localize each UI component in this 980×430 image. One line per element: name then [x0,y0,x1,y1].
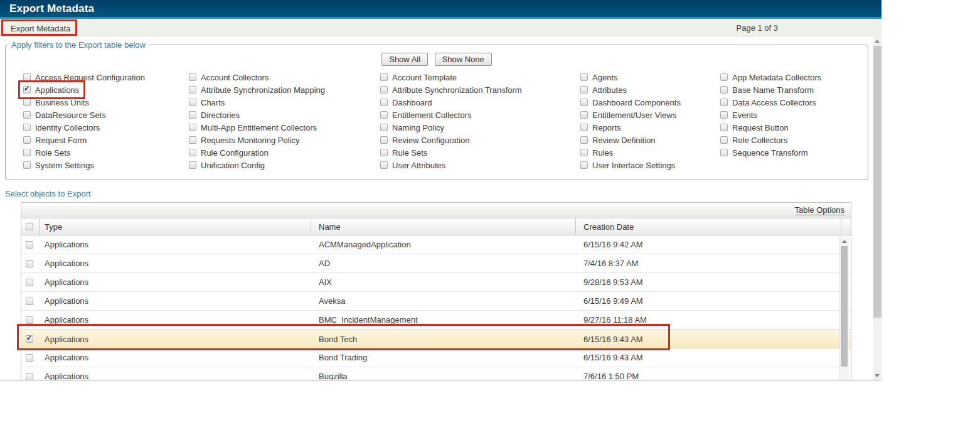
filter-checkbox-item[interactable]: System Settings [23,159,189,171]
table-options-link[interactable]: Table Options [795,205,845,215]
checkbox-icon[interactable] [23,73,31,81]
checkbox-icon[interactable] [380,124,388,131]
table-row[interactable]: ApplicationsAveksa6/15/16 9:49 AM [21,292,851,311]
column-header-creation-date[interactable]: Creation Date [576,218,841,235]
filter-checkbox-item[interactable]: Account Template [380,71,580,83]
checkbox-icon[interactable] [189,161,196,169]
checkbox-icon[interactable] [23,124,31,131]
row-checkbox[interactable] [26,241,33,249]
filter-checkbox-item[interactable]: Naming Policy [380,121,580,134]
checkbox-icon[interactable] [720,149,728,156]
filter-checkbox-item[interactable]: Base Name Transform [720,83,868,96]
row-checkbox[interactable] [26,335,33,343]
show-all-button[interactable]: Show All [381,53,428,66]
page-scrollbar[interactable] [873,37,881,380]
checkbox-icon[interactable] [580,161,588,169]
checkbox-icon[interactable] [23,161,31,169]
column-header-name[interactable]: Name [311,218,576,235]
table-row[interactable]: ApplicationsAD7/4/16 8:37 AM [21,254,851,273]
filter-checkbox-item[interactable]: Attributes [580,83,720,96]
checkbox-icon[interactable] [380,99,388,106]
checkbox-icon[interactable] [380,111,388,119]
filter-checkbox-item[interactable]: Applications [23,83,189,96]
filter-checkbox-item[interactable]: Events [720,109,868,121]
filter-checkbox-item[interactable]: Directories [189,109,380,121]
filter-checkbox-item[interactable]: Role Collectors [720,134,868,146]
checkbox-icon[interactable] [720,124,728,131]
filter-checkbox-item[interactable]: Entitlement/User Views [580,109,720,121]
checkbox-icon[interactable] [580,124,588,131]
checkbox-icon[interactable] [720,111,728,119]
row-checkbox[interactable] [26,316,33,324]
checkbox-icon[interactable] [720,136,728,144]
page-scroll-down-icon[interactable] [875,374,880,377]
scroll-up-icon[interactable] [842,240,847,243]
checkbox-icon[interactable] [189,73,196,81]
checkbox-icon[interactable] [580,99,588,106]
filter-checkbox-item[interactable]: Rule Configuration [189,146,380,159]
checkbox-icon[interactable] [720,73,728,81]
filter-checkbox-item[interactable]: Review Configuration [380,134,580,146]
filter-checkbox-item[interactable]: User Interface Settings [580,159,720,171]
page-scroll-up-icon[interactable] [875,40,880,43]
checkbox-icon[interactable] [720,86,728,94]
filter-checkbox-item[interactable]: Requests Monitoring Policy [189,134,380,146]
row-checkbox[interactable] [26,279,33,286]
column-header-type[interactable]: Type [40,218,311,235]
filter-checkbox-item[interactable]: Attribute Synchronization Mapping [189,83,380,96]
checkbox-icon[interactable] [23,149,31,156]
checkbox-icon[interactable] [189,86,196,94]
filter-checkbox-item[interactable]: Dashboard [380,96,580,109]
select-all-checkbox[interactable] [26,223,33,230]
checkbox-icon[interactable] [189,149,196,156]
checkbox-icon[interactable] [189,111,196,119]
checkbox-icon[interactable] [580,73,588,81]
checkbox-icon[interactable] [189,99,196,106]
filter-checkbox-item[interactable]: Review Definition [580,134,720,146]
row-checkbox[interactable] [26,260,33,267]
table-row[interactable]: ApplicationsBond Tech6/15/16 9:43 AM [21,330,851,348]
table-scrollbar-thumb[interactable] [841,246,848,367]
show-none-button[interactable]: Show None [435,53,492,66]
filter-checkbox-item[interactable]: Entitlement Collectors [380,109,580,121]
filter-checkbox-item[interactable]: Rule Sets [380,146,580,159]
filter-checkbox-item[interactable]: Agents [580,71,720,83]
checkbox-icon[interactable] [580,136,588,144]
filter-checkbox-item[interactable]: App Metadata Collectors [720,71,868,83]
filter-checkbox-item[interactable]: Identity Collectors [23,121,189,134]
filter-checkbox-item[interactable]: Data Access Collectors [720,96,868,109]
checkbox-icon[interactable] [380,86,388,94]
checkbox-icon[interactable] [23,99,31,106]
filter-checkbox-item[interactable]: Access Request Configuration [23,71,189,83]
filter-checkbox-item[interactable]: Account Collectors [189,71,380,83]
checkbox-icon[interactable] [189,136,196,144]
filter-checkbox-item[interactable]: Dashboard Components [580,96,720,109]
filter-checkbox-item[interactable]: Role Sets [23,146,189,159]
filter-checkbox-item[interactable]: Multi-App Entitlement Collectors [189,121,380,134]
table-row[interactable]: ApplicationsAIX9/28/16 9:53 AM [21,273,851,292]
filter-checkbox-item[interactable]: DataResource Sets [23,109,189,121]
checkbox-icon[interactable] [380,73,388,81]
table-row[interactable]: ApplicationsBugzilla7/6/16 1:50 PM [21,367,851,380]
checkbox-icon[interactable] [380,136,388,144]
tab-export-metadata[interactable]: Export Metadata [6,23,75,35]
table-row[interactable]: ApplicationsACMManagedApplication6/15/16… [21,235,851,254]
checkbox-icon[interactable] [23,111,31,119]
checkbox-icon[interactable] [580,86,588,94]
table-scrollbar[interactable] [839,236,849,380]
page-scrollbar-thumb[interactable] [873,46,881,318]
filter-checkbox-item[interactable]: User Attributes [380,159,580,171]
checkbox-icon[interactable] [189,124,196,131]
row-checkbox[interactable] [26,354,33,362]
row-checkbox[interactable] [26,373,33,380]
filter-checkbox-item[interactable]: Business Units [23,96,189,109]
filter-checkbox-item[interactable]: Charts [189,96,380,109]
checkbox-icon[interactable] [380,161,388,169]
table-row[interactable]: ApplicationsBMC_IncidentManagement9/27/1… [21,311,851,330]
table-row[interactable]: ApplicationsBond Trading6/15/16 9:43 AM [21,348,851,367]
filter-checkbox-item[interactable]: Request Form [23,134,189,146]
checkbox-icon[interactable] [380,149,388,156]
checkbox-icon[interactable] [23,136,31,144]
filter-checkbox-item[interactable]: Sequence Transform [720,146,868,159]
row-checkbox[interactable] [26,298,33,305]
